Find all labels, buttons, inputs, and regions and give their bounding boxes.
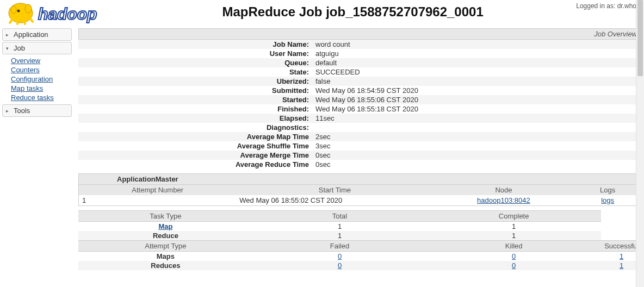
info-label: User Name: — [78, 49, 312, 58]
info-value: word count — [312, 40, 642, 49]
nav-job-reduce-tasks[interactable]: Reduce tasks — [11, 93, 72, 103]
overview-header: Job Overview — [78, 28, 642, 40]
info-label: Started: — [78, 95, 312, 104]
info-value: 11sec — [312, 114, 642, 123]
am-title: ApplicationMaster — [79, 174, 642, 185]
info-value: SUCCEEDED — [312, 67, 642, 77]
hadoop-logo[interactable]: hadoop — [1, 1, 129, 28]
nav-tools[interactable]: ▸Tools — [2, 104, 72, 117]
nav-job[interactable]: ▾Job — [2, 42, 72, 54]
info-label: Elapsed: — [78, 114, 312, 123]
svg-point-2 — [11, 6, 16, 14]
attempt-link[interactable]: 0 — [338, 252, 342, 260]
table-row: Maps 0 0 1 — [78, 252, 642, 261]
info-label: Job Name: — [78, 40, 312, 49]
tasks-table: Task Type Total Complete Map 1 1 Reduce … — [78, 210, 642, 270]
cell: 1 — [426, 231, 601, 241]
nav-application[interactable]: ▸Application — [2, 28, 72, 41]
svg-point-1 — [25, 4, 32, 13]
info-value: Wed May 06 18:55:06 CST 2020 — [312, 95, 642, 104]
info-value: default — [312, 58, 642, 67]
attempt-reduces-label: Reduces — [78, 261, 253, 270]
info-value: 2sec — [312, 132, 642, 141]
chevron-down-icon: ▾ — [6, 46, 11, 51]
info-value: false — [312, 77, 642, 86]
am-node-link[interactable]: hadoop103:8042 — [477, 196, 530, 204]
attempt-link[interactable]: 0 — [338, 261, 342, 270]
info-label: Queue: — [78, 58, 312, 67]
col-header: Node — [434, 185, 574, 196]
task-map-link[interactable]: Map — [158, 222, 172, 230]
info-value: 0sec — [312, 160, 642, 169]
table-row: Reduce 1 1 — [78, 231, 642, 241]
nav-job-configuration[interactable]: Configuration — [11, 75, 72, 84]
info-label: Finished: — [78, 104, 312, 114]
nav-job-map-tasks[interactable]: Map tasks — [11, 84, 72, 93]
svg-point-3 — [17, 10, 20, 13]
nav-job-overview[interactable]: Overview — [11, 57, 72, 66]
info-label: Uberized: — [78, 77, 312, 86]
task-reduce-label: Reduce — [78, 231, 253, 241]
info-value — [312, 123, 642, 132]
attempt-link[interactable]: 0 — [512, 252, 516, 260]
info-label: Average Shuffle Time — [78, 141, 312, 151]
col-header: Attempt Number — [79, 185, 237, 196]
attempt-maps-label: Maps — [78, 252, 253, 261]
svg-text:hadoop: hadoop — [38, 5, 97, 23]
info-label: Average Reduce Time — [78, 160, 312, 169]
am-start: Wed May 06 18:55:02 CST 2020 — [236, 195, 433, 206]
info-value: atguigu — [312, 49, 642, 58]
attempt-link[interactable]: 0 — [512, 261, 516, 270]
info-label: Average Merge Time — [78, 151, 312, 160]
col-header: Attempt Type — [78, 241, 253, 252]
chevron-right-icon: ▸ — [6, 108, 11, 114]
col-header: Complete — [426, 211, 601, 222]
info-label: Diagnostics: — [78, 123, 312, 132]
col-header: Total — [253, 211, 426, 222]
attempt-link[interactable]: 1 — [620, 261, 623, 270]
info-label: Average Map Time — [78, 132, 312, 141]
cell: 1 — [253, 231, 426, 241]
vertical-scrollbar[interactable] — [636, 0, 644, 287]
am-table: ApplicationMaster Attempt Number Start T… — [78, 173, 642, 206]
chevron-right-icon: ▸ — [6, 32, 11, 38]
nav-job-counters[interactable]: Counters — [11, 66, 72, 75]
am-logs-link[interactable]: logs — [601, 196, 614, 204]
col-header: Logs — [574, 185, 641, 196]
info-label: State: — [78, 67, 312, 77]
col-header: Killed — [426, 241, 601, 252]
info-value: 3sec — [312, 141, 642, 151]
info-value: Wed May 06 18:54:59 CST 2020 — [312, 86, 642, 95]
attempt-link[interactable]: 1 — [620, 252, 623, 260]
info-value: 0sec — [312, 151, 642, 160]
scrollbar-thumb[interactable] — [637, 0, 643, 76]
am-attempt: 1 — [79, 195, 237, 206]
col-header: Task Type — [78, 211, 253, 222]
job-info-table: Job Name:word count User Name:atguigu Qu… — [78, 40, 642, 169]
table-row: 1 Wed May 06 18:55:02 CST 2020 hadoop103… — [79, 195, 642, 206]
col-header: Start Time — [236, 185, 433, 196]
cell: 1 — [253, 222, 426, 232]
cell: 1 — [426, 222, 601, 232]
info-value: Wed May 06 18:55:18 CST 2020 — [312, 104, 642, 114]
table-row: Reduces 0 0 1 — [78, 261, 642, 270]
col-header: Failed — [253, 241, 426, 252]
login-info: Logged in as: dr.who — [576, 1, 640, 10]
info-label: Submitted: — [78, 86, 312, 95]
table-row: Map 1 1 — [78, 222, 642, 232]
page-title: MapReduce Job job_1588752707962_0001 — [129, 4, 576, 20]
sidebar: ▸Application ▾Job Overview Counters Conf… — [2, 28, 72, 118]
